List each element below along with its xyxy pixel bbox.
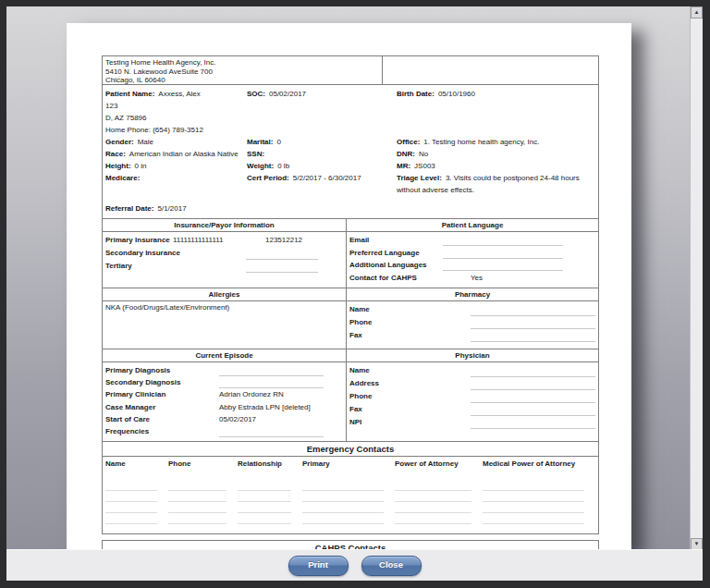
insurance-row: Tertiary [103,260,346,273]
physician-row: Address [347,377,598,390]
preferred-language-blank [443,247,563,259]
insurance-row: Secondary Insurance [103,247,346,260]
vertical-scrollbar[interactable]: ▲ ▼ [690,6,703,550]
race-value: American Indian or Alaska Native [129,150,239,158]
patient-row: Referral Date:5/1/2017 [103,202,598,214]
pharmacy-fax-label: Fax [349,329,471,342]
print-button[interactable]: Print [288,556,349,576]
patient-row: Height:0 in Weight:0 lb MR:JS003 [103,160,598,172]
allergies-section-title: Allergies [103,288,346,301]
modal-footer: Print Close [6,549,703,581]
cert-period-label: Cert Period: [247,174,289,182]
address-line2: D, AZ 75896 [103,112,247,124]
primary-diagnosis-label: Primary Diagnosis [105,364,219,376]
physician-section-title: Physician [347,349,598,362]
episode-row: Frequencies [103,425,346,437]
frequencies-label: Frequencies [105,425,219,437]
close-button[interactable]: Close [361,556,422,576]
empty-contact-row [105,502,595,513]
referral-date-value: 5/1/2017 [157,204,186,213]
email-blank [443,234,563,246]
physician-name-blank [471,364,595,377]
marital-value: 0 [276,138,280,146]
address-line1: 123 [103,100,247,112]
email-label: Email [349,234,443,247]
pharmacy-row: Name [347,303,598,316]
episode-row: Primary Clinician Adrian Ordonez RN [103,388,346,400]
column-header: Power of Attorney [395,459,483,469]
marital-label: Marital: [247,138,273,146]
column-header: Relationship [238,459,302,469]
dnr-label: DNR: [397,150,415,158]
agency-header-box: Testing Home Health Agency, Inc. 5410 N.… [102,55,599,85]
allergies-pharmacy-section: Allergies NKA (Food/Drugs/Latex/Environm… [102,288,599,349]
pharmacy-row: Phone [347,316,598,329]
additional-languages-label: Additional Languages [349,259,443,272]
gender-label: Gender: [105,138,134,146]
primary-insurance-number: 123512212 [265,234,302,247]
emergency-contacts-title: Emergency Contacts [103,442,598,457]
height-label: Height: [105,162,131,170]
language-row: Email [347,234,598,247]
pharmacy-phone-label: Phone [349,316,471,329]
column-header: Medical Power of Attorney [483,459,584,469]
agency-name: Testing Home Health Agency, Inc. [105,58,379,67]
column-header: Name [105,459,168,469]
patient-language-section-title: Patient Language [347,219,598,232]
home-phone: Home Phone: (654) 789-3512 [103,124,247,136]
physician-phone-label: Phone [349,390,471,403]
physician-npi-blank [471,416,595,429]
pharmacy-row: Fax [347,329,598,342]
episode-row: Primary Diagnosis [103,364,346,376]
patient-demographics: Patient Name:Axxess, Alex SOC:05/02/2017… [102,85,599,219]
face-sheet: Testing Home Health Agency, Inc. 5410 N.… [102,55,599,550]
contact-for-cahps-label: Contact for CAHPS [349,272,443,285]
physician-phone-blank [471,390,595,403]
scroll-up-icon[interactable]: ▲ [691,6,703,18]
current-episode-section-title: Current Episode [103,349,346,362]
additional-languages-blank [443,259,563,271]
window-frame: ▲ ▼ Testing Home Health Agency, Inc. 541… [0,0,710,588]
soc-value: 05/02/2017 [269,90,306,98]
birth-date-value: 05/10/1960 [438,90,475,98]
physician-row: Fax [347,403,598,416]
physician-fax-blank [471,403,595,416]
patient-row: Patient Name:Axxess, Alex SOC:05/02/2017… [103,88,598,100]
empty-contact-row [105,491,595,502]
weight-value: 0 lb [277,162,289,170]
frequencies-blank [219,425,324,437]
medicare-label: Medicare: [105,174,140,182]
emergency-contacts-section: Emergency Contacts Name Phone Relationsh… [102,442,599,534]
physician-address-label: Address [349,377,471,390]
primary-clinician-value: Adrian Ordonez RN [219,388,346,400]
ssn-label: SSN: [247,150,264,158]
pharmacy-name-label: Name [349,303,471,316]
language-row: Preferred Language [347,247,598,260]
language-row: Contact for CAHPS Yes [347,272,598,285]
empty-contact-row [105,513,595,524]
secondary-diagnosis-label: Secondary Diagnosis [105,376,219,388]
tertiary-label: Tertiary [105,260,246,273]
patient-name-label: Patient Name: [105,90,154,98]
emergency-contacts-header: Name Phone Relationship Primary Power of… [103,457,598,469]
mr-label: MR: [397,162,410,170]
physician-name-label: Name [349,364,471,377]
birth-date-label: Birth Date: [397,90,435,98]
patient-row: Gender:Male Marital:0 Office:1. Testing … [103,136,598,148]
agency-address-block: Testing Home Health Agency, Inc. 5410 N.… [103,56,383,84]
secondary-diagnosis-blank [219,376,324,388]
agency-header-empty-cell [383,56,598,84]
insurance-language-section: Insurance/Payor Information Primary Insu… [102,219,599,288]
office-value: 1. Testing home health agency, Inc. [423,138,539,146]
language-row: Additional Languages [347,259,598,272]
episode-physician-section: Current Episode Primary Diagnosis Second… [102,349,599,442]
physician-fax-label: Fax [349,403,471,416]
referral-date-label: Referral Date: [105,204,153,213]
column-header: Phone [168,459,238,469]
physician-npi-label: NPI [349,416,471,429]
patient-row: Race:American Indian or Alaska Native SS… [103,148,598,160]
insurance-section-title: Insurance/Payor Information [103,219,346,232]
agency-address1: 5410 N. Lakewood AveSuite 700 [105,67,379,77]
patient-row: D, AZ 75896 [103,112,598,124]
preferred-language-label: Preferred Language [349,247,443,260]
